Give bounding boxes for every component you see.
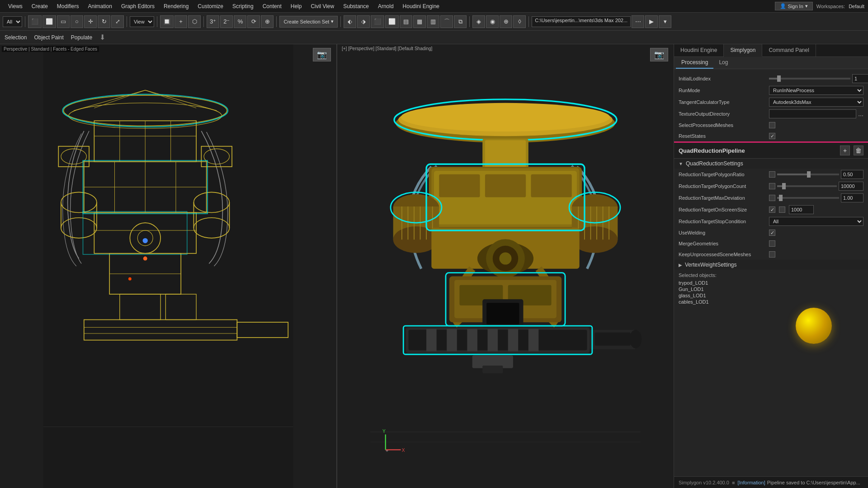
prop-label-reset-states: ResetStates xyxy=(679,133,769,139)
rotate-tool-btn[interactable]: ↻ xyxy=(98,15,110,28)
use-welding-checkbox[interactable] xyxy=(769,230,775,236)
svg-rect-102 xyxy=(508,329,519,352)
prop-row-max-deviation: ReductionTargetMaxDeviation xyxy=(674,192,868,204)
tab-simplygon[interactable]: Simplygon xyxy=(724,44,762,57)
initial-lod-slider[interactable] xyxy=(769,78,850,80)
polygon-count-input[interactable] xyxy=(839,182,863,191)
quad-reduction-settings-header[interactable]: ▼ QuadReductionSettings xyxy=(674,159,868,169)
sign-in-button[interactable]: 👤 Sign In ▾ xyxy=(775,2,813,10)
tab-houdini-engine[interactable]: Houdini Engine xyxy=(674,44,724,56)
pipeline-add-button[interactable]: + xyxy=(840,145,850,155)
menu-help[interactable]: Help xyxy=(286,1,307,11)
menu-modifiers[interactable]: Modifiers xyxy=(52,1,84,11)
texture-dir-browse[interactable]: ... xyxy=(858,110,863,117)
path-display: C:\Users\jespertin...\ments\3ds Max 202.… xyxy=(532,16,631,27)
prop-label-max-deviation: ReductionTargetMaxDeviation xyxy=(679,195,769,201)
tab-command-panel[interactable]: Command Panel xyxy=(762,44,816,56)
render-btn[interactable]: ◈ xyxy=(472,15,485,28)
keep-unprocessed-checkbox[interactable] xyxy=(769,251,775,258)
polygon-ratio-input[interactable] xyxy=(841,170,863,179)
menu-civil-view[interactable]: Civil View xyxy=(306,1,339,11)
tool-btn-4[interactable]: ⟳ xyxy=(247,15,260,28)
select-tool-btn[interactable]: ⬛ xyxy=(28,15,42,28)
onscreen-size-checkbox[interactable] xyxy=(769,206,775,213)
move-tool-btn[interactable]: ✛ xyxy=(84,15,97,28)
proc-tab-log[interactable]: Log xyxy=(713,57,733,69)
polygon-count-slider[interactable] xyxy=(777,185,837,187)
obj-btn[interactable]: ▥ xyxy=(427,15,439,28)
run-mode-select[interactable]: RunInNewProcess xyxy=(769,86,863,95)
onscreen-size-checkbox2[interactable] xyxy=(779,206,785,213)
menu-create[interactable]: Create xyxy=(27,1,52,11)
menu-substance[interactable]: Substance xyxy=(339,1,373,11)
tool-btn-2[interactable]: 2⁻ xyxy=(220,15,233,28)
path-browse-btn[interactable]: ⋯ xyxy=(632,15,644,28)
tangent-select[interactable]: Autodesk3dsMax xyxy=(769,98,863,107)
viewport-right[interactable]: [+] [Perspective] [Standard] [Default Sh… xyxy=(337,44,674,488)
reset-states-checkbox[interactable] xyxy=(769,133,775,139)
path-arrow-btn[interactable]: ▶ xyxy=(645,15,658,28)
menu-graph-editors[interactable]: Graph Editors xyxy=(117,1,159,11)
vertex-weight-settings-header[interactable]: ▶ VertexWeightSettings xyxy=(674,260,868,270)
polygon-count-checkbox[interactable] xyxy=(769,183,775,189)
sub-extra[interactable]: ⬇ xyxy=(99,33,105,42)
select-region-btn[interactable]: ⬜ xyxy=(42,15,56,28)
menu-views[interactable]: Views xyxy=(4,1,27,11)
mirror-btn[interactable]: ⬗ xyxy=(357,15,370,28)
tool-btn-5[interactable]: ⊕ xyxy=(261,15,274,28)
polygon-ratio-checkbox[interactable] xyxy=(769,171,775,178)
snap-btn[interactable]: 🔲 xyxy=(160,15,174,28)
render4-btn[interactable]: ◊ xyxy=(513,15,526,28)
align2-btn[interactable]: ⬜ xyxy=(385,15,399,28)
sub-selection[interactable]: Selection xyxy=(5,34,27,41)
rect-select-btn[interactable]: ▭ xyxy=(57,15,70,28)
selected-item-1: Gun_LOD1 xyxy=(679,286,863,292)
max-deviation-input[interactable] xyxy=(841,193,863,202)
merge-geo-checkbox[interactable] xyxy=(769,240,775,247)
render3-btn[interactable]: ⊕ xyxy=(500,15,512,28)
tool-btn-3[interactable]: % xyxy=(234,15,246,28)
menu-customize[interactable]: Customize xyxy=(193,1,228,11)
menu-animation[interactable]: Animation xyxy=(84,1,117,11)
sub-populate[interactable]: Populate xyxy=(71,34,92,41)
magnet-btn[interactable]: ⬡ xyxy=(188,15,201,28)
panel-tabs: Houdini Engine Simplygon Command Panel xyxy=(674,44,868,57)
max-deviation-checkbox[interactable] xyxy=(769,195,775,201)
separator-1 xyxy=(25,16,25,27)
proc-tab-processing[interactable]: Processing xyxy=(676,57,713,69)
render2-btn[interactable]: ◉ xyxy=(486,15,499,28)
stop-condition-select[interactable]: All xyxy=(769,217,863,226)
svg-rect-101 xyxy=(487,329,498,352)
select-processed-checkbox[interactable] xyxy=(769,122,775,128)
circle-select-btn[interactable]: ○ xyxy=(71,15,83,28)
view-select[interactable]: View xyxy=(130,16,154,27)
quad-reduction-settings-title: QuadReductionSettings xyxy=(686,160,743,167)
initial-lod-input[interactable]: 1 xyxy=(852,74,868,83)
scene-btn[interactable]: ▦ xyxy=(413,15,426,28)
sub-object-paint[interactable]: Object Paint xyxy=(34,34,63,41)
texture-dir-input[interactable] xyxy=(769,109,856,118)
menu-content[interactable]: Content xyxy=(258,1,286,11)
selection-mode-select[interactable]: All xyxy=(3,16,22,27)
menu-houdini-engine[interactable]: Houdini Engine xyxy=(398,1,444,11)
named-sel-btn[interactable]: ⬖ xyxy=(344,15,356,28)
align-btn[interactable]: ⬛ xyxy=(371,15,384,28)
layer-btn[interactable]: ▤ xyxy=(400,15,412,28)
tool-btn-1[interactable]: 3⁺ xyxy=(207,15,219,28)
menu-arnold[interactable]: Arnold xyxy=(373,1,398,11)
viewport-left[interactable]: Perspective | Standard | Facets - Edged … xyxy=(0,44,337,488)
onscreen-size-input[interactable] xyxy=(789,205,814,214)
path-down-btn[interactable]: ▾ xyxy=(659,15,671,28)
pipeline-delete-button[interactable]: 🗑 xyxy=(854,145,863,155)
menu-rendering[interactable]: Rendering xyxy=(159,1,193,11)
max-deviation-slider[interactable] xyxy=(777,197,839,199)
menu-scripting[interactable]: Scripting xyxy=(228,1,258,11)
curve-btn[interactable]: ⌒ xyxy=(440,15,453,28)
status-message: Pipeline saved to C:\Users\jespertin\App… xyxy=(767,480,860,485)
polygon-ratio-slider[interactable] xyxy=(777,174,839,175)
prop-label-polygon-count: ReductionTargetPolygonCount xyxy=(679,183,769,189)
track-btn[interactable]: ⧉ xyxy=(454,15,467,28)
scale-tool-btn[interactable]: ⤢ xyxy=(111,15,124,28)
create-selection-set-button[interactable]: Create Selection Set ▾ xyxy=(279,16,338,28)
add-btn[interactable]: + xyxy=(175,15,187,28)
